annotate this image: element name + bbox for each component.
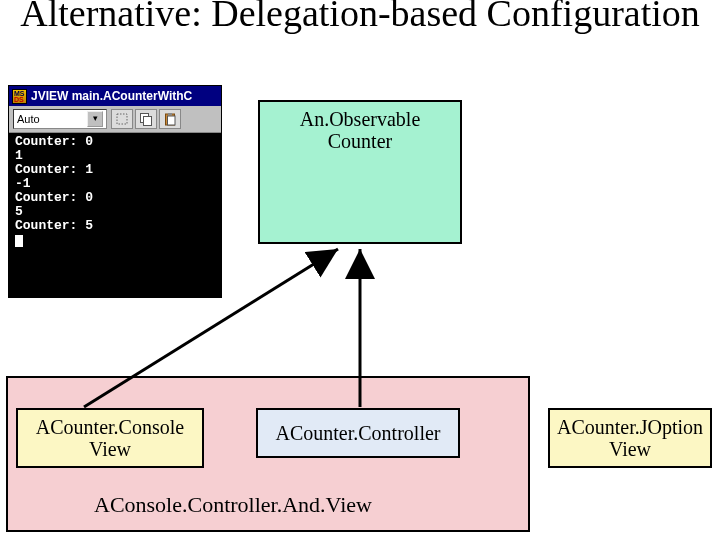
mark-button[interactable]	[111, 109, 133, 129]
paste-button[interactable]	[159, 109, 181, 129]
text-caret	[15, 235, 23, 247]
console-titlebar: JVIEW main.ACounterWithC	[9, 86, 221, 106]
box-counter-console-view: ACounter.Console View	[16, 408, 204, 468]
msdos-icon	[12, 89, 27, 104]
zoom-combo[interactable]: Auto ▾	[13, 109, 107, 129]
copy-icon	[139, 112, 153, 126]
clipboard-icon	[163, 112, 177, 126]
svg-rect-2	[144, 117, 152, 126]
console-window: JVIEW main.ACounterWithC Auto ▾	[8, 85, 222, 298]
box-observable-counter: An.Observable Counter	[258, 100, 462, 244]
console-title: JVIEW main.ACounterWithC	[31, 89, 192, 103]
chevron-down-icon: ▾	[87, 111, 103, 127]
svg-rect-0	[117, 114, 127, 124]
copy-button[interactable]	[135, 109, 157, 129]
svg-rect-4	[168, 116, 176, 125]
box-console-controller-view-label: AConsole.Controller.And.View	[94, 492, 372, 518]
selection-icon	[115, 112, 129, 126]
slide-title: Alternative: Delegation-based Configurat…	[0, 0, 720, 34]
box-counter-controller: ACounter.Controller	[256, 408, 460, 458]
svg-rect-5	[168, 113, 172, 116]
console-output: Counter: 0 1 Counter: 1 -1 Counter: 0 5 …	[9, 133, 221, 297]
box-counter-joption-view: ACounter.JOption View	[548, 408, 712, 468]
console-toolbar: Auto ▾	[9, 106, 221, 133]
zoom-combo-value: Auto	[17, 113, 40, 125]
